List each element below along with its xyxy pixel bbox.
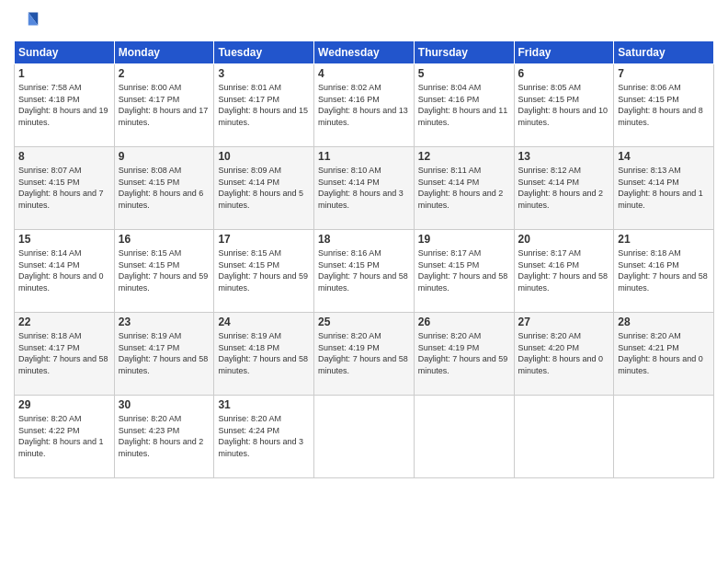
day-number: 2 [119, 67, 210, 80]
day-info: Sunrise: 8:20 AMSunset: 4:21 PMDaylight:… [618, 331, 703, 375]
day-info: Sunrise: 8:15 AMSunset: 4:15 PMDaylight:… [218, 248, 308, 293]
logo-icon [14, 9, 40, 35]
day-cell: 28Sunrise: 8:20 AMSunset: 4:21 PMDayligh… [614, 313, 714, 396]
day-number: 22 [18, 316, 110, 328]
logo [14, 9, 43, 35]
day-number: 26 [418, 316, 510, 328]
day-cell: 13Sunrise: 8:12 AMSunset: 4:14 PMDayligh… [514, 147, 614, 230]
day-cell: 27Sunrise: 8:20 AMSunset: 4:20 PMDayligh… [514, 313, 614, 396]
day-cell: 11Sunrise: 8:10 AMSunset: 4:14 PMDayligh… [314, 147, 415, 230]
day-number: 12 [418, 150, 510, 163]
day-number: 29 [18, 398, 110, 411]
day-info: Sunrise: 8:07 AMSunset: 4:15 PMDaylight:… [18, 166, 104, 210]
day-info: Sunrise: 8:20 AMSunset: 4:22 PMDaylight:… [18, 414, 104, 458]
day-cell: 23Sunrise: 8:19 AMSunset: 4:17 PMDayligh… [114, 313, 214, 396]
calendar-table: SundayMondayTuesdayWednesdayThursdayFrid… [14, 40, 714, 478]
weekday-header-monday: Monday [114, 41, 214, 64]
day-number: 16 [119, 233, 210, 246]
day-cell: 7Sunrise: 8:06 AMSunset: 4:15 PMDaylight… [614, 64, 714, 147]
day-info: Sunrise: 8:14 AMSunset: 4:14 PMDaylight:… [18, 248, 104, 293]
day-cell: 26Sunrise: 8:20 AMSunset: 4:19 PMDayligh… [414, 313, 514, 396]
header [14, 9, 714, 35]
day-cell: 15Sunrise: 8:14 AMSunset: 4:14 PMDayligh… [15, 230, 115, 313]
weekday-header-sunday: Sunday [15, 41, 115, 64]
day-number: 1 [18, 67, 110, 80]
day-cell: 22Sunrise: 8:18 AMSunset: 4:17 PMDayligh… [15, 313, 115, 396]
day-info: Sunrise: 8:17 AMSunset: 4:15 PMDaylight:… [418, 248, 508, 293]
day-number: 30 [119, 398, 210, 411]
day-info: Sunrise: 8:12 AMSunset: 4:14 PMDaylight:… [518, 166, 604, 210]
day-info: Sunrise: 8:17 AMSunset: 4:16 PMDaylight:… [518, 248, 609, 293]
day-cell: 19Sunrise: 8:17 AMSunset: 4:15 PMDayligh… [414, 230, 514, 313]
day-number: 8 [18, 150, 110, 163]
day-info: Sunrise: 8:16 AMSunset: 4:15 PMDaylight:… [318, 248, 408, 293]
day-cell [614, 396, 714, 478]
day-number: 5 [418, 67, 510, 80]
day-cell: 6Sunrise: 8:05 AMSunset: 4:15 PMDaylight… [514, 64, 614, 147]
day-cell: 8Sunrise: 8:07 AMSunset: 4:15 PMDaylight… [15, 147, 115, 230]
day-number: 15 [18, 233, 110, 246]
day-info: Sunrise: 8:01 AMSunset: 4:17 PMDaylight:… [218, 83, 308, 127]
day-cell: 17Sunrise: 8:15 AMSunset: 4:15 PMDayligh… [214, 230, 314, 313]
week-row-5: 29Sunrise: 8:20 AMSunset: 4:22 PMDayligh… [15, 396, 714, 478]
day-info: Sunrise: 8:20 AMSunset: 4:24 PMDaylight:… [218, 414, 303, 458]
day-number: 31 [218, 398, 310, 411]
day-cell: 24Sunrise: 8:19 AMSunset: 4:18 PMDayligh… [214, 313, 314, 396]
weekday-header-row: SundayMondayTuesdayWednesdayThursdayFrid… [15, 41, 714, 64]
week-row-3: 15Sunrise: 8:14 AMSunset: 4:14 PMDayligh… [15, 230, 714, 313]
day-info: Sunrise: 8:20 AMSunset: 4:19 PMDaylight:… [318, 331, 408, 375]
day-info: Sunrise: 8:02 AMSunset: 4:16 PMDaylight:… [318, 83, 408, 127]
day-number: 10 [218, 150, 310, 163]
day-info: Sunrise: 8:19 AMSunset: 4:18 PMDaylight:… [218, 331, 308, 375]
day-info: Sunrise: 8:09 AMSunset: 4:14 PMDaylight:… [218, 166, 303, 210]
day-number: 19 [418, 233, 510, 246]
calendar-page: SundayMondayTuesdayWednesdayThursdayFrid… [0, 0, 728, 563]
day-info: Sunrise: 8:00 AMSunset: 4:17 PMDaylight:… [119, 83, 209, 127]
day-number: 27 [518, 316, 610, 328]
week-row-4: 22Sunrise: 8:18 AMSunset: 4:17 PMDayligh… [15, 313, 714, 396]
day-cell: 10Sunrise: 8:09 AMSunset: 4:14 PMDayligh… [214, 147, 314, 230]
day-cell: 4Sunrise: 8:02 AMSunset: 4:16 PMDaylight… [314, 64, 415, 147]
day-number: 9 [119, 150, 210, 163]
day-info: Sunrise: 8:05 AMSunset: 4:15 PMDaylight:… [518, 83, 609, 127]
day-number: 18 [318, 233, 410, 246]
day-cell [514, 396, 614, 478]
day-info: Sunrise: 7:58 AMSunset: 4:18 PMDaylight:… [18, 83, 108, 127]
day-info: Sunrise: 8:19 AMSunset: 4:17 PMDaylight:… [119, 331, 209, 375]
day-info: Sunrise: 8:13 AMSunset: 4:14 PMDaylight:… [618, 166, 703, 210]
day-info: Sunrise: 8:08 AMSunset: 4:15 PMDaylight:… [119, 166, 204, 210]
weekday-header-thursday: Thursday [414, 41, 514, 64]
day-number: 25 [318, 316, 410, 328]
day-number: 21 [618, 233, 710, 246]
day-number: 3 [218, 67, 310, 80]
day-info: Sunrise: 8:18 AMSunset: 4:16 PMDaylight:… [618, 248, 708, 293]
day-number: 4 [318, 67, 410, 80]
day-info: Sunrise: 8:04 AMSunset: 4:16 PMDaylight:… [418, 83, 508, 127]
day-cell: 12Sunrise: 8:11 AMSunset: 4:14 PMDayligh… [414, 147, 514, 230]
day-info: Sunrise: 8:15 AMSunset: 4:15 PMDaylight:… [119, 248, 209, 293]
day-cell: 25Sunrise: 8:20 AMSunset: 4:19 PMDayligh… [314, 313, 415, 396]
day-cell: 31Sunrise: 8:20 AMSunset: 4:24 PMDayligh… [214, 396, 314, 478]
day-number: 13 [518, 150, 610, 163]
day-info: Sunrise: 8:06 AMSunset: 4:15 PMDaylight:… [618, 83, 703, 127]
day-number: 14 [618, 150, 710, 163]
day-cell: 2Sunrise: 8:00 AMSunset: 4:17 PMDaylight… [114, 64, 214, 147]
day-info: Sunrise: 8:20 AMSunset: 4:23 PMDaylight:… [119, 414, 204, 458]
day-cell: 14Sunrise: 8:13 AMSunset: 4:14 PMDayligh… [614, 147, 714, 230]
weekday-header-friday: Friday [514, 41, 614, 64]
day-info: Sunrise: 8:20 AMSunset: 4:19 PMDaylight:… [418, 331, 508, 375]
day-cell: 30Sunrise: 8:20 AMSunset: 4:23 PMDayligh… [114, 396, 214, 478]
weekday-header-tuesday: Tuesday [214, 41, 314, 64]
day-info: Sunrise: 8:11 AMSunset: 4:14 PMDaylight:… [418, 166, 504, 210]
day-number: 7 [618, 67, 710, 80]
week-row-1: 1Sunrise: 7:58 AMSunset: 4:18 PMDaylight… [15, 64, 714, 147]
day-info: Sunrise: 8:20 AMSunset: 4:20 PMDaylight:… [518, 331, 604, 375]
weekday-header-saturday: Saturday [614, 41, 714, 64]
week-row-2: 8Sunrise: 8:07 AMSunset: 4:15 PMDaylight… [15, 147, 714, 230]
day-cell: 18Sunrise: 8:16 AMSunset: 4:15 PMDayligh… [314, 230, 415, 313]
day-number: 28 [618, 316, 710, 328]
day-number: 24 [218, 316, 310, 328]
day-info: Sunrise: 8:10 AMSunset: 4:14 PMDaylight:… [318, 166, 404, 210]
day-cell: 3Sunrise: 8:01 AMSunset: 4:17 PMDaylight… [214, 64, 314, 147]
day-cell: 9Sunrise: 8:08 AMSunset: 4:15 PMDaylight… [114, 147, 214, 230]
